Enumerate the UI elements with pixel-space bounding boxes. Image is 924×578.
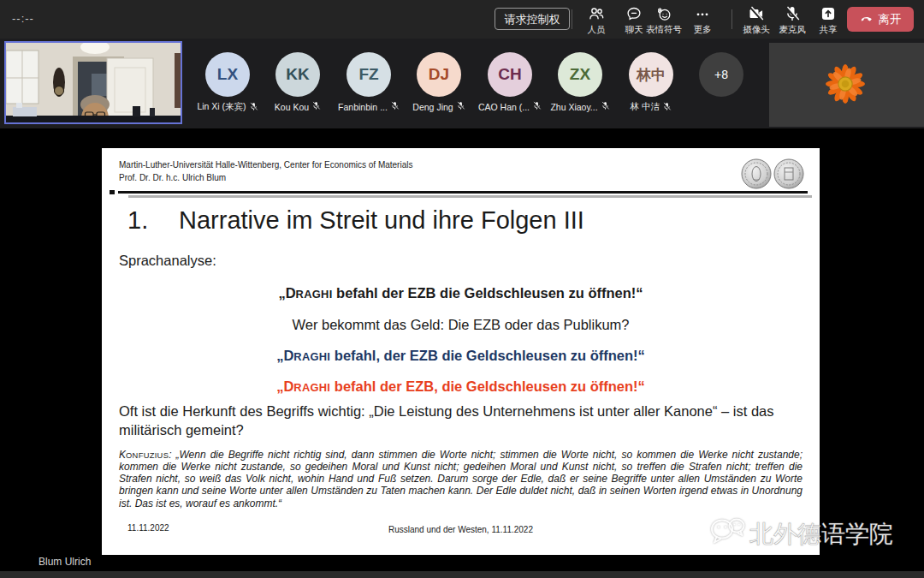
participant-tile[interactable]: FZ Fanbinbin ... [334, 52, 404, 112]
mic-muted-icon [390, 101, 400, 112]
presentation-slide: Martin-Luther-Universität Halle-Wittenbe… [102, 148, 820, 555]
slide-header-line1: Martin-Luther-Universität Halle-Wittenbe… [119, 159, 412, 172]
slide-header-line2: Prof. Dr. Dr. h.c. Ulrich Blum [119, 172, 412, 185]
question-line: Wer bekommt das Geld: Die EZB oder das P… [102, 317, 820, 333]
toolbar-divider [732, 9, 732, 29]
share-icon [808, 5, 849, 22]
quote-black: „DRAGHI befahl der EZB die Geldschleusen… [102, 285, 820, 301]
active-speaker-video[interactable] [4, 41, 182, 124]
university-seal-coins [739, 157, 808, 194]
quote-blue: „DRAGHI befahl, der EZB die Geldschleuse… [102, 348, 820, 364]
header-rule-square [110, 190, 115, 194]
mic-muted-icon [456, 101, 465, 112]
meeting-toolbar: --:-- 请求控制权 人员 聊天 表情符号 更多 摄像头 麦克风 共享 离开 [0, 0, 924, 39]
slide-title-number: 1. [127, 206, 179, 235]
mic-muted-icon [532, 101, 542, 112]
avatar: KK [275, 52, 320, 97]
participant-name: Fanbinbin ... [338, 102, 388, 112]
slide-header: Martin-Luther-Universität Halle-Wittenbe… [119, 159, 412, 184]
webcam-room-scene [6, 43, 181, 122]
flower-avatar [826, 64, 865, 104]
camera-off-icon [736, 5, 777, 22]
overflow-participants-badge[interactable]: +8 [699, 52, 743, 97]
participant-tile[interactable]: DJ Deng Jing [404, 52, 474, 112]
mic-button[interactable]: 麦克风 [772, 5, 813, 36]
participant-name: Kou Kou [275, 102, 309, 112]
participant-tile[interactable]: LX Lin Xi (来宾) [192, 52, 263, 113]
phone-hangup-icon [860, 11, 874, 27]
header-rule-gray [128, 195, 812, 198]
leave-button[interactable]: 离开 [847, 7, 914, 32]
participant-name: CAO Han (... [478, 102, 530, 112]
emoji-icon [643, 5, 684, 22]
slide-subtitle: Sprachanalyse: [119, 253, 216, 269]
screen-share-area: Martin-Luther-Universität Halle-Wittenbe… [0, 128, 924, 578]
leave-button-label: 离开 [879, 12, 902, 27]
participant-name: Deng Jing [412, 102, 453, 112]
toolbar-divider [572, 9, 572, 29]
more-icon [682, 5, 723, 22]
participant-name: Lin Xi (来宾) [197, 101, 246, 113]
avatar: ZX [558, 52, 602, 97]
emoji-button[interactable]: 表情符号 [643, 5, 684, 36]
share-button[interactable]: 共享 [808, 5, 849, 36]
participant-tile[interactable]: KK Kou Kou [263, 52, 333, 112]
mic-off-icon [772, 5, 813, 22]
avatar: CH [488, 52, 532, 97]
quote-red: „DRAGHI befahl der EZB, die Geldschleuse… [102, 378, 820, 395]
people-icon [576, 5, 617, 22]
slide-paragraph: Oft ist die Herkunft des Begriffs wichti… [119, 402, 801, 440]
mic-muted-icon [601, 101, 610, 112]
slide-title: 1. Narrative im Streit und ihre Folgen I… [127, 206, 584, 235]
mic-muted-icon [311, 101, 321, 112]
avatar: FZ [346, 52, 391, 97]
avatar: 林中 [629, 52, 673, 97]
meeting-timer: --:-- [12, 12, 34, 25]
konfuzius-quote: KONFUZIUS: „Wenn die Begriffe nicht rich… [119, 449, 803, 509]
mic-muted-icon [662, 102, 672, 113]
participant-name: Zhu Xiaoy... [550, 102, 597, 112]
camera-button[interactable]: 摄像头 [736, 5, 777, 36]
participant-name: 林 中洁 [631, 101, 660, 113]
slide-footer-title: Russland und der Westen, 11.11.2022 [102, 525, 820, 534]
participants-button[interactable]: 人员 [576, 5, 617, 36]
slide-title-text: Narrative im Streit und ihre Folgen III [179, 206, 584, 235]
participant-tile[interactable]: 林中 林 中洁 [616, 52, 686, 113]
avatar: DJ [417, 52, 461, 97]
request-control-button[interactable]: 请求控制权 [495, 8, 570, 30]
sharer-name-label: Blum Ulrich [38, 556, 91, 568]
window-bottom-bar [0, 571, 924, 578]
participant-filmstrip: LX Lin Xi (来宾) KK Kou Kou FZ Fanbinbin .… [0, 39, 924, 128]
avatar: LX [205, 52, 250, 97]
participant-tile[interactable]: CH CAO Han (... [475, 52, 545, 112]
mic-muted-icon [249, 102, 258, 113]
more-button[interactable]: 更多 [682, 5, 723, 36]
header-rule-black [118, 191, 808, 194]
participant-video-tile[interactable] [769, 43, 924, 127]
participant-tile[interactable]: ZX Zhu Xiaoy... [545, 52, 615, 112]
